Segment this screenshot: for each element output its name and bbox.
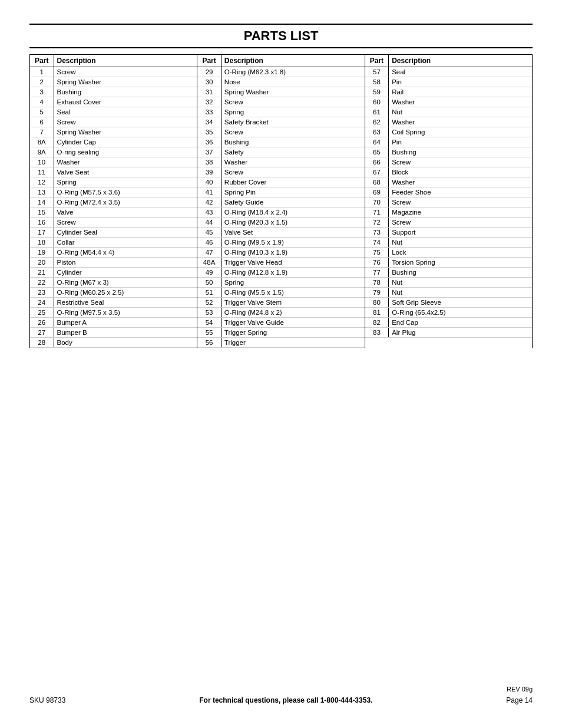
table-row: 77Bushing [365, 268, 532, 278]
part-desc-cell: O-ring sealing [54, 147, 197, 157]
part-number-cell: 37 [197, 147, 221, 157]
table-row: 55Trigger Spring [197, 328, 364, 338]
table-row: 32Screw [197, 97, 364, 107]
table-row: 73Support [365, 228, 532, 238]
footer: SKU 98733 For technical questions, pleas… [29, 696, 533, 704]
part-number-cell: 54 [197, 318, 221, 328]
table-row: 57Seal [365, 67, 532, 77]
part-desc-cell: O-Ring (M57.5 x 3.6) [54, 187, 197, 197]
part-desc-cell: O-Ring (M67 x 3) [54, 278, 197, 288]
table-row: 31Spring Washer [197, 87, 364, 97]
table-row: 1Screw [30, 67, 197, 77]
table-row: 75Lock [365, 248, 532, 258]
table-row: 23O-Ring (M60.25 x 2.5) [30, 288, 197, 298]
table-row: 64Pin [365, 137, 532, 147]
part-desc-cell: Bushing [389, 268, 532, 278]
part-number-cell: 11 [30, 167, 54, 177]
part-number-cell: 38 [197, 157, 221, 167]
part-desc-cell: Coil Spring [389, 127, 532, 137]
table-row: 51O-Ring (M5.5 x 1.5) [197, 288, 364, 298]
part-number-cell: 8A [30, 137, 54, 147]
table-row: 45Valve Set [197, 228, 364, 238]
part-number-cell: 56 [197, 338, 221, 348]
part-number-cell: 39 [197, 167, 221, 177]
part-number-cell: 72 [365, 218, 389, 228]
part-number-cell: 26 [30, 318, 54, 328]
part-desc-cell: Magazine [389, 207, 532, 218]
table-row: 56Trigger [197, 338, 364, 348]
sku-label: SKU 98733 [29, 696, 65, 704]
part-desc-cell: Restrictive Seal [54, 298, 197, 308]
part-number-cell: 74 [365, 238, 389, 248]
part-desc-cell: Support [389, 228, 532, 238]
table-row: 25O-Ring (M97.5 x 3.5) [30, 308, 197, 318]
table-row: 19O-Ring (M54.4 x 4) [30, 248, 197, 258]
table-row: 36Bushing [197, 137, 364, 147]
part-number-cell: 12 [30, 177, 54, 187]
column-header-desc: Description [221, 55, 364, 67]
part-desc-cell: Trigger [221, 338, 364, 348]
part-number-cell: 1 [30, 67, 54, 77]
table-row: 70Screw [365, 197, 532, 207]
part-number-cell: 52 [197, 298, 221, 308]
part-desc-cell: Piston [54, 258, 197, 268]
part-number-cell: 42 [197, 197, 221, 207]
part-desc-cell: Feeder Shoe [389, 187, 532, 197]
table-row: 6Screw [30, 117, 197, 127]
part-number-cell: 15 [30, 207, 54, 218]
part-number-cell: 63 [365, 127, 389, 137]
revision-label: REV 09g [507, 686, 533, 693]
part-desc-cell: Trigger Valve Head [221, 258, 364, 268]
table-row: 10Washer [30, 157, 197, 167]
table-row: 63Coil Spring [365, 127, 532, 137]
table-row: 18Collar [30, 238, 197, 248]
page-title: PARTS LIST [29, 24, 533, 48]
part-number-cell: 27 [30, 328, 54, 338]
table-row: 48ATrigger Valve Head [197, 258, 364, 268]
table-row: 42Safety Guide [197, 197, 364, 207]
part-number-cell: 25 [30, 308, 54, 318]
part-number-cell: 59 [365, 87, 389, 97]
part-desc-cell: Block [389, 167, 532, 177]
part-number-cell: 36 [197, 137, 221, 147]
table-row: 16Screw [30, 218, 197, 228]
table-row: 38Washer [197, 157, 364, 167]
table-row: 72Screw [365, 218, 532, 228]
part-desc-cell: O-Ring (M97.5 x 3.5) [54, 308, 197, 318]
part-number-cell: 43 [197, 207, 221, 218]
part-number-cell: 29 [197, 67, 221, 77]
part-desc-cell: Bushing [389, 147, 532, 157]
table-row: 79Nut [365, 288, 532, 298]
part-number-cell: 65 [365, 147, 389, 157]
table-row: 68Washer [365, 177, 532, 187]
table-row: 40Rubber Cover [197, 177, 364, 187]
table-row: 21Cylinder [30, 268, 197, 278]
part-number-cell: 81 [365, 308, 389, 318]
part-desc-cell: O-Ring (M18.4 x 2.4) [221, 207, 364, 218]
part-number-cell: 40 [197, 177, 221, 187]
part-number-cell: 77 [365, 268, 389, 278]
part-desc-cell: O-Ring (M12.8 x 1.9) [221, 268, 364, 278]
part-number-cell: 62 [365, 117, 389, 127]
part-number-cell: 64 [365, 137, 389, 147]
table-row: 5Seal [30, 107, 197, 117]
part-number-cell: 50 [197, 278, 221, 288]
part-desc-cell: Spring Washer [54, 77, 197, 87]
part-number-cell: 31 [197, 87, 221, 97]
part-desc-cell: Nut [389, 107, 532, 117]
part-desc-cell: Nut [389, 288, 532, 298]
part-number-cell: 35 [197, 127, 221, 137]
part-number-cell: 16 [30, 218, 54, 228]
table-row: 37Safety [197, 147, 364, 157]
table-row: 13O-Ring (M57.5 x 3.6) [30, 187, 197, 197]
part-number-cell: 18 [30, 238, 54, 248]
part-desc-cell: O-Ring (M72.4 x 3.5) [54, 197, 197, 207]
parts-column-2: PartDescription29O-Ring (M62.3 x1.8)30No… [197, 54, 364, 348]
table-row: 20Piston [30, 258, 197, 268]
part-number-cell: 51 [197, 288, 221, 298]
part-desc-cell: Trigger Spring [221, 328, 364, 338]
part-number-cell: 75 [365, 248, 389, 258]
part-desc-cell: Safety [221, 147, 364, 157]
table-row: 33Spring [197, 107, 364, 117]
table-row: 50Spring [197, 278, 364, 288]
